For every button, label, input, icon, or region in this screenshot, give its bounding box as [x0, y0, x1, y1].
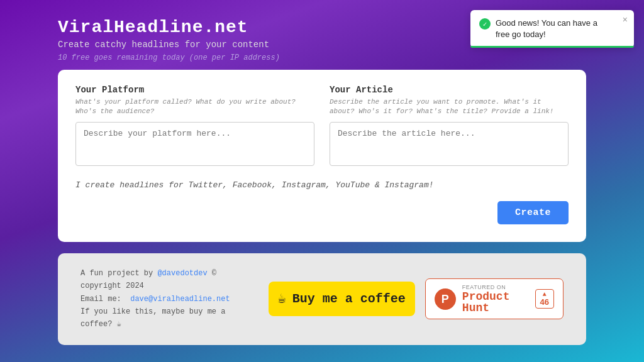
ph-text-block: FEATURED ON Product Hunt — [462, 284, 526, 314]
tagline: I create headlines for Twitter, Facebook… — [75, 180, 569, 190]
ph-upvote-box: ▲ 46 — [535, 289, 554, 309]
buy-me-coffee-button[interactable]: ☕ Buy me a coffee — [269, 282, 415, 316]
footer-line1: A fun project by @davedotdev © copyright… — [80, 267, 258, 293]
ph-name: Product Hunt — [462, 291, 526, 314]
toast-border — [470, 46, 634, 48]
ph-count: 46 — [540, 298, 549, 306]
toast-message: Good news! You can have a free go today! — [496, 18, 611, 40]
article-field-col: Your Article Describe the article you wa… — [330, 85, 569, 169]
email-link[interactable]: dave@viralheadline.net — [130, 295, 230, 304]
main-card: Your Platform What's your platform calle… — [58, 70, 586, 242]
article-label: Your Article — [330, 85, 569, 95]
footer-card: A fun project by @davedotdev © copyright… — [58, 253, 586, 345]
footer-line2: Email me: dave@viralheadline.net — [80, 293, 258, 305]
toast-check-icon — [479, 18, 491, 30]
footer-line3: If you like this, maybe buy me a coffee?… — [80, 305, 258, 331]
create-button[interactable]: Create — [497, 201, 569, 224]
bmc-label: Buy me a coffee — [292, 292, 406, 306]
article-hint: Describe the article you want to promote… — [330, 97, 569, 117]
twitter-link[interactable]: @davedotdev — [157, 269, 207, 278]
ph-logo: P — [435, 288, 456, 310]
toast-close-button[interactable]: × — [623, 15, 628, 24]
platform-label: Your Platform — [75, 85, 314, 95]
toast-notification: Good news! You can have a free go today!… — [470, 10, 634, 48]
fields-row: Your Platform What's your platform calle… — [75, 85, 569, 169]
article-textarea[interactable] — [330, 122, 569, 166]
free-count: 10 free goes remaining today (one per IP… — [58, 53, 586, 62]
platform-field-col: Your Platform What's your platform calle… — [75, 85, 314, 169]
footer-info: A fun project by @davedotdev © copyright… — [80, 267, 258, 331]
create-row: Create — [75, 201, 569, 224]
platform-hint: What's your platform called? What do you… — [75, 97, 314, 117]
product-hunt-badge[interactable]: P FEATURED ON Product Hunt ▲ 46 — [425, 278, 564, 319]
platform-textarea[interactable] — [75, 122, 314, 166]
ph-logo-letter: P — [441, 293, 449, 305]
coffee-icon: ☕ — [278, 290, 286, 307]
ph-featured-label: FEATURED ON — [462, 284, 526, 290]
